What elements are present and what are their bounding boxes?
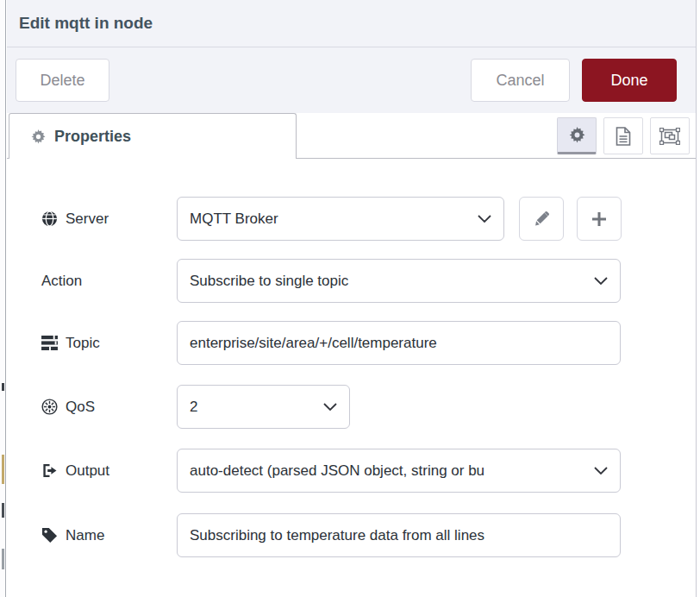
server-label: Server bbox=[41, 211, 177, 228]
plus-icon bbox=[591, 211, 607, 227]
chevron-down-icon bbox=[594, 467, 608, 474]
empire-icon bbox=[41, 399, 58, 415]
gear-icon bbox=[31, 129, 46, 144]
edit-server-button[interactable] bbox=[519, 197, 564, 241]
chevron-down-icon bbox=[323, 403, 337, 411]
action-label: Action bbox=[41, 273, 177, 290]
name-row: Name bbox=[41, 513, 621, 557]
output-select[interactable]: auto-detect (parsed JSON object, string … bbox=[177, 449, 621, 493]
qos-label: QoS bbox=[41, 399, 177, 416]
tasks-icon bbox=[41, 336, 58, 350]
editor-tab-buttons bbox=[557, 117, 690, 154]
tab-properties[interactable]: Properties bbox=[9, 113, 297, 159]
qos-select[interactable]: 2 bbox=[177, 385, 350, 429]
qos-row: QoS 2 bbox=[41, 385, 350, 429]
dialog-toolbar: Delete Cancel Done bbox=[7, 47, 696, 113]
tag-icon bbox=[41, 527, 58, 544]
add-server-button[interactable] bbox=[577, 197, 622, 241]
workspace-node-fragment bbox=[2, 455, 4, 484]
document-icon bbox=[616, 127, 631, 146]
dialog-header: Edit mqtt in node bbox=[7, 0, 696, 47]
chevron-down-icon bbox=[594, 277, 608, 285]
done-button[interactable]: Done bbox=[582, 59, 677, 102]
name-input[interactable] bbox=[177, 513, 621, 557]
sign-out-icon bbox=[41, 462, 58, 479]
server-row: Server MQTT Broker bbox=[41, 197, 622, 241]
edit-node-dialog: Edit mqtt in node Delete Cancel Done Pro… bbox=[7, 0, 697, 597]
tab-bar: Properties bbox=[7, 113, 696, 159]
topic-label: Topic bbox=[41, 335, 177, 352]
delete-button[interactable]: Delete bbox=[16, 59, 109, 102]
tab-properties-label: Properties bbox=[54, 128, 131, 146]
topic-input[interactable] bbox=[177, 321, 621, 365]
properties-panel: Server MQTT Broker bbox=[7, 159, 696, 597]
workspace-node-fragment bbox=[2, 549, 4, 569]
workspace-node-fragment bbox=[2, 383, 4, 391]
cancel-button[interactable]: Cancel bbox=[471, 59, 570, 102]
action-select[interactable]: Subscribe to single topic bbox=[177, 259, 621, 303]
name-label: Name bbox=[41, 527, 177, 544]
workspace-edge bbox=[0, 0, 6, 597]
chevron-down-icon bbox=[478, 215, 491, 223]
object-group-icon bbox=[659, 128, 680, 145]
globe-icon bbox=[41, 211, 58, 227]
output-label: Output bbox=[41, 462, 177, 480]
appearance-tab-button[interactable] bbox=[650, 117, 690, 154]
topic-row: Topic bbox=[41, 321, 621, 365]
gear-icon bbox=[569, 127, 585, 143]
server-select[interactable]: MQTT Broker bbox=[177, 197, 504, 241]
action-row: Action Subscribe to single topic bbox=[41, 259, 621, 303]
pencil-icon bbox=[534, 211, 550, 227]
properties-tab-button[interactable] bbox=[557, 117, 597, 154]
workspace-node-fragment bbox=[2, 503, 4, 518]
output-row: Output auto-detect (parsed JSON object, … bbox=[41, 449, 621, 493]
dialog-title: Edit mqtt in node bbox=[19, 14, 153, 33]
description-tab-button[interactable] bbox=[603, 117, 643, 154]
